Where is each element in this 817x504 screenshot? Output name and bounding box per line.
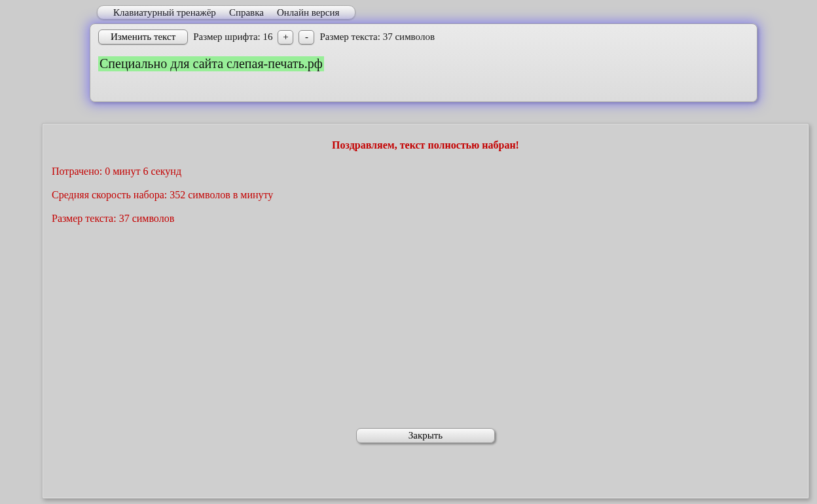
result-panel: Поздравляем, текст полностью набран! Пот… [42, 123, 809, 499]
stat-size: Размер текста: 37 символов [52, 213, 799, 225]
menu-item-trainer[interactable]: Клавиатурный тренажёр [107, 7, 223, 18]
font-size-label-text: Размер шрифта: [193, 31, 263, 42]
close-button[interactable]: Закрыть [356, 428, 495, 443]
menu-bar: Клавиатурный тренажёр Справка Онлайн вер… [97, 5, 355, 20]
typing-panel: Изменить текст Размер шрифта: 16 + - Раз… [90, 24, 757, 102]
font-size-label: Размер шрифта: 16 [193, 31, 272, 43]
congrats-message: Поздравляем, текст полностью набран! [52, 139, 799, 151]
font-size-value: 16 [263, 31, 272, 42]
font-decrease-button[interactable]: - [299, 30, 314, 45]
stat-time: Потрачено: 0 минут 6 секунд [52, 166, 799, 177]
stat-speed: Средняя скорость набора: 352 символов в … [52, 189, 799, 201]
menu-item-online[interactable]: Онлайн версия [270, 7, 346, 18]
typed-text: Специально для сайта слепая-печать.рф [98, 56, 324, 71]
change-text-button[interactable]: Изменить текст [98, 29, 188, 45]
font-increase-button[interactable]: + [278, 30, 293, 45]
menu-item-help[interactable]: Справка [223, 7, 270, 18]
toolbar: Изменить текст Размер шрифта: 16 + - Раз… [98, 29, 749, 45]
text-size-label: Размер текста: 37 символов [319, 31, 435, 43]
